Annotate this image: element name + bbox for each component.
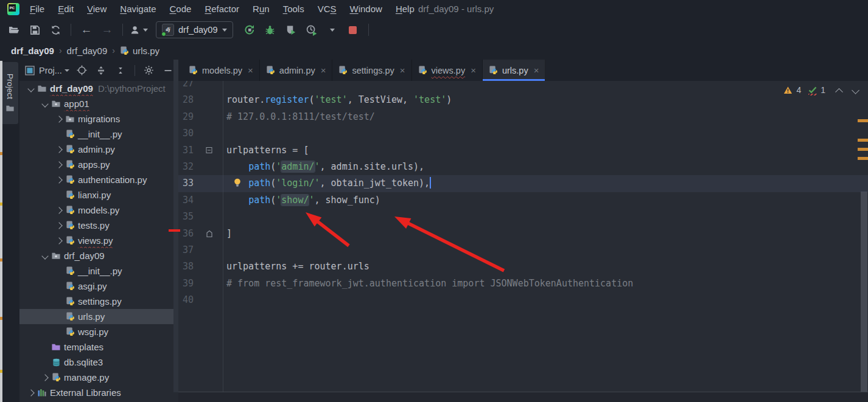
- tree-item-wsgi-py[interactable]: wsgi.py: [19, 324, 178, 339]
- breadcrumb-item[interactable]: drf_day09: [67, 46, 108, 56]
- error-stripe-mark[interactable]: [858, 148, 868, 151]
- error-stripe-mark[interactable]: [858, 139, 868, 142]
- menu-run[interactable]: Run: [246, 0, 276, 18]
- save-icon[interactable]: [26, 21, 43, 38]
- menu-window[interactable]: Window: [343, 0, 389, 18]
- collapse-all-icon[interactable]: [114, 64, 127, 77]
- breadcrumb-item[interactable]: urls.py: [120, 46, 159, 56]
- inspections-widget[interactable]: 4 1: [783, 85, 862, 95]
- menu-refactor[interactable]: Refactor: [198, 0, 246, 18]
- run-with-coverage-button[interactable]: [282, 21, 299, 38]
- debug-button[interactable]: [262, 21, 279, 38]
- fold-marker-collapse-icon[interactable]: [206, 147, 212, 154]
- tree-item-migrations[interactable]: migrations: [19, 111, 178, 126]
- tab-admin-py[interactable]: admin.py×: [260, 60, 333, 81]
- tree-item-lianxi-py[interactable]: lianxi.py: [19, 187, 178, 203]
- chevron-down-icon[interactable]: [26, 86, 37, 91]
- sync-icon[interactable]: [47, 21, 64, 38]
- menu-vcs[interactable]: VCS: [311, 0, 343, 18]
- code-line-37[interactable]: 37: [178, 242, 868, 258]
- rerun-button[interactable]: [241, 21, 258, 38]
- tree-item-templates[interactable]: templates: [19, 339, 178, 355]
- tree-item--init-py[interactable]: __init__.py: [19, 263, 178, 279]
- code-line-27[interactable]: 27: [178, 81, 868, 92]
- chevron-down-icon[interactable]: [40, 254, 51, 258]
- code-line-32[interactable]: 32 path('admin/', admin.site.urls),: [178, 159, 868, 175]
- menu-view[interactable]: View: [80, 0, 113, 18]
- code-line-33[interactable]: 33 path('login/', obtain_jwt_token),: [178, 175, 868, 192]
- code-line-34[interactable]: 34 path('show/', show_func): [178, 192, 868, 209]
- tree-item-settings-py[interactable]: settings.py: [19, 294, 178, 309]
- editor-body[interactable]: 2728router.register('test', TestView, 't…: [178, 81, 868, 392]
- code-line-28[interactable]: 28router.register('test', TestView, 'tes…: [178, 92, 868, 108]
- tree-item-urls-py[interactable]: urls.py: [19, 309, 178, 324]
- code-line-38[interactable]: 38urlpatterns += router.urls: [178, 258, 868, 275]
- locate-icon[interactable]: [75, 64, 89, 77]
- code-line-39[interactable]: 39# from rest_framework_jwt.authenticati…: [178, 276, 868, 292]
- menu-file[interactable]: File: [23, 0, 51, 18]
- tree-item-authentication-py[interactable]: authentication.py: [19, 172, 178, 187]
- close-icon[interactable]: ×: [471, 65, 476, 75]
- chevron-right-icon[interactable]: [54, 178, 65, 182]
- tree-item-external-libraries[interactable]: External Libraries: [19, 385, 178, 400]
- menu-code[interactable]: Code: [163, 0, 198, 18]
- forward-icon[interactable]: →: [99, 21, 116, 38]
- project-panel-scrollbar[interactable]: [173, 60, 178, 392]
- tab-urls-py[interactable]: urls.py×: [483, 60, 545, 81]
- chevron-right-icon[interactable]: [54, 162, 65, 167]
- chevron-right-icon[interactable]: [54, 208, 65, 213]
- tree-item-drf-day09[interactable]: drf_day09D:\pythonProject: [19, 81, 178, 96]
- code-line-31[interactable]: 31urlpatterns = [: [178, 142, 868, 159]
- tree-item-asgi-py[interactable]: asgi.py: [19, 279, 178, 294]
- gear-icon[interactable]: [142, 64, 156, 77]
- tab-settings-py[interactable]: settings.py×: [332, 60, 411, 81]
- next-problem-button[interactable]: [852, 86, 859, 94]
- close-icon[interactable]: ×: [321, 65, 326, 75]
- chevron-right-icon[interactable]: [54, 223, 65, 228]
- user-icon[interactable]: [130, 21, 148, 38]
- tab-views-py[interactable]: views.py×: [412, 60, 483, 81]
- expand-all-icon[interactable]: [95, 64, 108, 77]
- profiler-button[interactable]: [303, 21, 320, 38]
- tree-item--init-py[interactable]: __init__.py: [19, 126, 178, 142]
- chevron-down-icon[interactable]: [40, 102, 51, 106]
- chevron-right-icon[interactable]: [54, 117, 65, 122]
- error-stripe-mark[interactable]: [858, 119, 868, 122]
- tab-models-py[interactable]: models.py×: [183, 60, 260, 81]
- panel-title[interactable]: Proj...: [23, 64, 69, 77]
- tree-item-drf-day09[interactable]: drf_day09: [19, 248, 178, 263]
- tree-item-apps-py[interactable]: apps.py: [19, 157, 178, 172]
- close-icon[interactable]: ×: [400, 65, 405, 75]
- chevron-right-icon[interactable]: [54, 147, 65, 152]
- tree-item-views-py[interactable]: views.py: [19, 233, 178, 248]
- tree-item-admin-py[interactable]: admin.py: [19, 142, 178, 157]
- intention-bulb-icon[interactable]: [233, 178, 242, 190]
- menu-help[interactable]: Help: [389, 0, 421, 18]
- menu-navigate[interactable]: Navigate: [113, 0, 163, 18]
- breadcrumb-item[interactable]: drf_day09: [11, 46, 54, 56]
- hide-icon[interactable]: [161, 64, 175, 77]
- open-folder-icon[interactable]: [5, 21, 23, 38]
- tree-item-manage-py[interactable]: manage.py: [19, 370, 178, 385]
- menu-edit[interactable]: Edit: [51, 0, 80, 18]
- back-icon[interactable]: ←: [78, 21, 95, 38]
- tree-item-app01[interactable]: app01: [19, 96, 178, 111]
- close-icon[interactable]: ×: [248, 65, 253, 75]
- tree-item-db-sqlite3[interactable]: db.sqlite3: [19, 355, 178, 370]
- tree-item-tests-py[interactable]: tests.py: [19, 218, 178, 233]
- chevron-right-icon[interactable]: [40, 375, 51, 380]
- chevron-right-icon[interactable]: [54, 238, 65, 243]
- code-line-36[interactable]: 36]: [178, 226, 868, 242]
- editor-scrollbar[interactable]: [861, 192, 867, 392]
- code-line-40[interactable]: 40: [178, 292, 868, 308]
- code-line-35[interactable]: 35: [178, 209, 868, 225]
- stop-button[interactable]: [345, 21, 362, 38]
- fold-marker-end-icon[interactable]: [206, 230, 212, 237]
- error-stripe-mark[interactable]: [858, 157, 868, 160]
- code-line-29[interactable]: 29# 127.0.0.1:8111/test/test/: [178, 109, 868, 125]
- project-tool-window-button[interactable]: Project: [1, 62, 18, 124]
- chevron-right-icon[interactable]: [26, 390, 37, 395]
- run-configuration-selector[interactable]: djdrf_day09: [156, 21, 233, 38]
- profiler-dropdown-icon[interactable]: [324, 21, 341, 38]
- menu-tools[interactable]: Tools: [276, 0, 311, 18]
